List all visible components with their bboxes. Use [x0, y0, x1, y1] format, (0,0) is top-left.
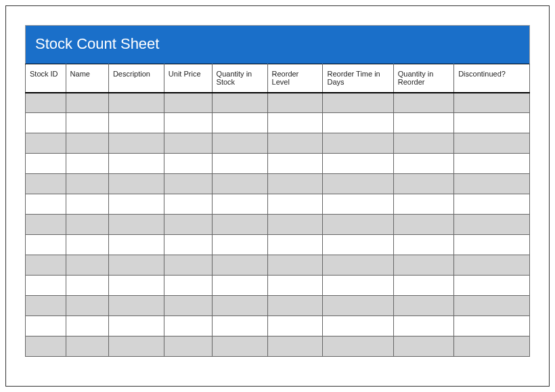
col-header-stock-id: Stock ID	[26, 64, 66, 93]
table-header-row: Stock ID Name Description Unit Price Qua…	[26, 64, 530, 93]
table-row	[26, 235, 530, 255]
col-header-qty-in-reorder: Quantity in Reorder	[393, 64, 453, 93]
sheet-title: Stock Count Sheet	[25, 25, 530, 64]
table-row	[26, 194, 530, 215]
table-row	[26, 215, 530, 235]
table-row	[26, 113, 530, 133]
col-header-reorder-level: Reorder Level	[267, 64, 323, 93]
table-row	[26, 255, 530, 276]
col-header-discontinued: Discontinued?	[454, 64, 530, 93]
col-header-unit-price: Unit Price	[164, 64, 212, 93]
table-row	[26, 93, 530, 113]
page-frame: Stock Count Sheet Stock ID Name Descript…	[5, 5, 550, 387]
stock-count-table: Stock ID Name Description Unit Price Qua…	[25, 64, 530, 357]
table-row	[26, 336, 530, 357]
table-row	[26, 133, 530, 154]
table-row	[26, 296, 530, 316]
col-header-description: Description	[108, 64, 164, 93]
table-body	[26, 93, 530, 357]
col-header-name: Name	[66, 64, 108, 93]
col-header-reorder-time: Reorder Time in Days	[323, 64, 393, 93]
table-row	[26, 174, 530, 194]
col-header-qty-in-stock: Quantity in Stock	[212, 64, 267, 93]
table-row	[26, 154, 530, 174]
table-row	[26, 316, 530, 336]
table-row	[26, 276, 530, 296]
